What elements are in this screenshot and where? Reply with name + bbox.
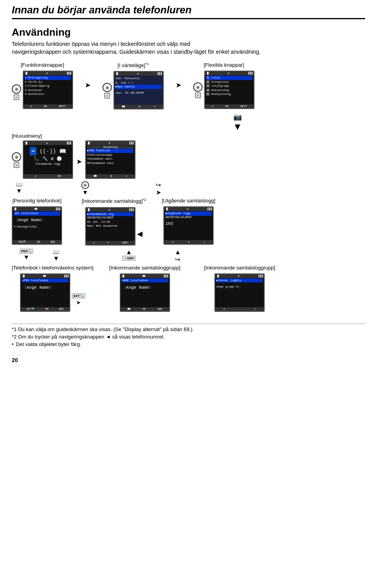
screen-vant-footer: 📖⊞↩ xyxy=(114,105,163,109)
pbx-tb-footer: EXT🔍OKABC xyxy=(21,307,70,311)
small-btn-flex[interactable]: ▪ xyxy=(195,93,201,98)
label-flexibla: [Flexibla knappar] xyxy=(204,62,244,68)
screen-flex-body: 1 Linje 2 Slinglinje 3 Linjegrupp 4 Ankn… xyxy=(205,75,254,97)
pbx-tb-topbar: ▐▌📖▐▐▐ xyxy=(21,274,70,278)
loggrp-body: ▶Inkom. LogGrp Ange grupp nr. xyxy=(215,278,264,289)
nav-circle-flex[interactable]: ⊕ xyxy=(193,82,203,92)
funk-row-4: 4:Autosvar xyxy=(25,88,71,93)
screen-vant-topbar: ▐▌⊕▐▐▐ xyxy=(114,72,163,76)
arrow-down-book2: ▼ xyxy=(53,255,59,262)
inkm-loggrp-section: [Inkommande samtalsloggrupp] ▐▌📖▐▐▐ ◁ANK… xyxy=(109,265,180,312)
screen-vantelage: ▐▌⊕▐▐▐ 320: Panasonic A. sva ↩ ↪ ▶Nya sa… xyxy=(113,71,164,109)
screen-funk-topbar: ▐▌⊕▐▐▐ xyxy=(24,71,72,75)
vant-time: Jan. 25 09:05PM xyxy=(115,91,162,95)
hm-left-body: ➡ ((·)) 📖 📞 🔧 ⊞ 🕐 Inkommande logg xyxy=(24,145,72,166)
loggrp-topbar: ▐▌⊕▐▐▐ xyxy=(215,274,264,278)
small-btn-vantelage[interactable]: ▪ xyxy=(104,93,110,98)
label-funktionsknappar: [Funktionsknappar] xyxy=(21,62,64,68)
hm-right-footer: 📖⊞↩ xyxy=(86,174,135,178)
nav-down-inkommande[interactable]: ⊕ xyxy=(81,181,89,189)
hm-left-footer: ↺OK xyxy=(24,174,72,178)
vant-line3: ▶Nya samtal xyxy=(115,85,162,89)
arrow-left-inkm: ◀ xyxy=(137,230,143,238)
screen-inkommande: ▐▌⊕▐▐▐ ▶Inkommande log ABCDEFGHIJKLMNOP … xyxy=(85,207,135,246)
screen-funk-footer: ↺OKNEXT xyxy=(24,104,72,108)
utg-title: ▶Utgående logg xyxy=(165,211,212,216)
funk-row-1: 1:Återuppring. xyxy=(25,76,71,80)
label-inkommande: [Inkommande samtalslogg]*2 xyxy=(82,198,146,204)
arrow-back-utgaende: ↩ xyxy=(156,181,161,189)
screen-utgaende: ▐▌⊕▐▐▐ ▶Utgående logg ABCDEFGHIJKLMNOP 1… xyxy=(163,206,214,245)
hm-right-topbar: ▐▌⊕▐▐▐ xyxy=(86,141,135,145)
label-huvudmeny: [Huvudmeny] xyxy=(12,133,365,139)
pbx-badge: PBX🔍 xyxy=(20,249,33,254)
guidning-row1: ▶PBX Funktion xyxy=(87,149,134,153)
utg-body: ▶Utgående logg ABCDEFGHIJKLMNOP 103 xyxy=(164,211,213,228)
funktionsknappar-section: [Funktionsknappar] ⊕ ▪ ▐▌⊕▐▐▐ 1:Återuppr… xyxy=(12,62,73,109)
screen-huvudmeny-right: ▐▌⊕▐▐▐ Guidning ▶PBX Funktion Funktionsk… xyxy=(85,140,135,179)
utg-footer: ↺≡↩ xyxy=(164,240,213,244)
screen-ank-telefonbok: ▐▌📖▐▐▐ ◁ANK telefonbok 〈Ange Namn〉 📖OKAB… xyxy=(120,273,170,312)
nav-circle-hm[interactable]: ⊕ xyxy=(12,152,21,162)
label-pbx-telefonbok: [Telefonbok i telefonväxelns system] xyxy=(12,265,93,271)
guidning-row2: Funktionsknapp. xyxy=(87,153,134,157)
label-inkm-loggrp: [Inkommande samtalsloggrupp] xyxy=(109,265,180,271)
vantelage-section: [I vänteläge]*1 ⊕ ▪ ▐▌⊕▐▐▐ 320: Panasoni… xyxy=(102,62,164,109)
flex-row-3: 3 Linjegrupp xyxy=(206,84,253,88)
hm-right-body: Guidning ▶PBX Funktion Funktionsknapp. I… xyxy=(86,145,135,166)
nav-circle-funk[interactable]: ⊕ xyxy=(12,84,21,94)
flexibla-section: [Flexibla knappar] ⊕ ▪ ▐▌⊕▐▐▐ 1 Linje 2 … xyxy=(193,62,254,109)
screen-personlig: ▐▌📖▐▐▐ ◁HS telefonbok 〈Ange Namn〉 #:Kate… xyxy=(12,206,62,245)
pbx-tb-content1: 〈Ange Namn〉 xyxy=(22,285,68,291)
utg-content2: 103 xyxy=(165,221,212,227)
icon-camera-down: 📷 xyxy=(233,113,242,121)
guidning-title: Guidning xyxy=(87,146,134,149)
screen-funk-body: 1:Återuppring. 2:VK/St.Ej 3:Flash/Upprng… xyxy=(24,75,72,97)
back-icon-utgaende: ↩ xyxy=(175,256,180,263)
ank-content1: 〈Ange Namn〉 xyxy=(122,285,168,291)
label-personlig: [Personlig telefonbok] xyxy=(12,198,61,204)
inkm-title: ▶Inkommande log xyxy=(87,212,134,217)
flex-row-1: 1 Linje xyxy=(206,76,253,80)
small-btn-funk[interactable]: ▪ xyxy=(14,95,19,100)
personlig-section: [Personlig telefonbok] ▐▌📖▐▐▐ ◁HS telefo… xyxy=(12,198,62,245)
small-btn-hm[interactable]: ▪ xyxy=(14,162,19,168)
hm-bottom-text: Inkommande logg xyxy=(25,162,71,166)
inkm-content3: New: Not Answered xyxy=(87,224,134,228)
pers-content2: #:KategoriVal xyxy=(14,225,60,229)
intro-line1: Telefonlurens funktioner öppnas via meny… xyxy=(12,41,365,47)
nav-circle-vantelage[interactable]: ⊕ xyxy=(102,83,112,92)
inkommande-section: [Inkommande samtalslogg]*2 ▐▌⊕▐▐▐ ▶Inkom… xyxy=(82,198,146,245)
inkm-content2: 02 JUL. 14:59 xyxy=(87,220,134,224)
bullet-1: • Det valda objektet byter färg. xyxy=(12,341,365,347)
hm-icons-row2: 📞 🔧 ⊞ 🕐 xyxy=(25,156,71,161)
pers-topbar: ▐▌📖▐▐▐ xyxy=(13,207,61,211)
utg-content1: ABCDEFGHIJKLMNOP xyxy=(165,216,212,220)
flex-row-4: 4 Anknytning xyxy=(206,88,253,93)
utgaende-section: [Utgående samtalslogg] ▐▌⊕▐▐▐ ▶Utgående … xyxy=(162,198,216,245)
inkm-topbar: ▐▌⊕▐▐▐ xyxy=(86,208,135,212)
arrow-up-grp: ▲ xyxy=(126,249,132,256)
arrow-up-utgaende: ▲ xyxy=(175,249,181,256)
screen-flex-topbar: ▐▌⊕▐▐▐ xyxy=(205,71,254,75)
pbx-telefonbok-section: [Telefonbok i telefonväxelns system] ▐▌📖… xyxy=(12,265,93,312)
funk-row-3: 3:Flash/Upprng xyxy=(25,84,71,88)
inkm-loggrp2-section: [Inkommande samtalsloggrupp] ▐▌⊕▐▐▐ ▶Ink… xyxy=(204,265,275,312)
pbx-tb-body: ◁PBX telefonbok 〈Ange Namn〉 xyxy=(21,278,70,294)
screen-huvudmeny-left: ▐▌⊕▐▐▐ ➡ ((·)) 📖 📞 🔧 ⊞ 🕐 xyxy=(23,140,73,179)
section-title: Användning xyxy=(12,26,365,38)
flex-row-2: 2 Slinglinje xyxy=(206,80,253,84)
page-number: 20 xyxy=(12,357,18,363)
page-header: Innan du börjar använda telefonluren xyxy=(12,0,365,19)
inkm-footer: ↺≡→GRP xyxy=(86,241,135,245)
page-title: Innan du börjar använda telefonluren xyxy=(12,4,365,16)
arrow-down-pbx: ▼ xyxy=(23,254,29,261)
arrow-down-inkommande: ▼ xyxy=(82,189,88,196)
intro-line2: navigeringsknappen och systemknapparna. … xyxy=(12,49,365,55)
screen-funktionsknappar: ▐▌⊕▐▐▐ 1:Återuppring. 2:VK/St.Ej 3:Flash… xyxy=(23,71,73,109)
flex-row-5: 5 Medlyssning xyxy=(206,92,253,96)
ext-badge: EXT🔍 xyxy=(72,293,85,299)
guidning-row4: ▼Inkommand sant. xyxy=(87,161,134,166)
arrow-down-personlig: ▼ xyxy=(16,188,22,195)
screen-vant-body: 320: Panasonic A. sva ↩ ↪ ▶Nya samtal Ja… xyxy=(114,76,163,95)
